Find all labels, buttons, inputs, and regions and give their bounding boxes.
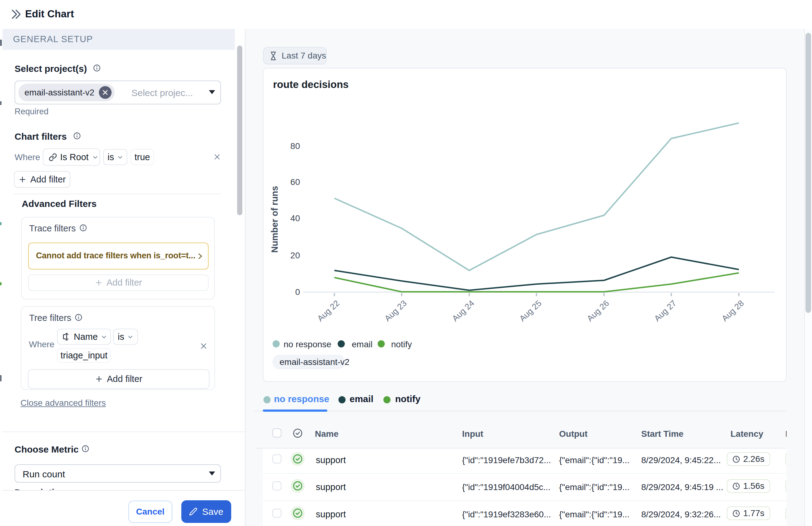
svg-text:Aug 24: Aug 24 [450,298,476,323]
svg-text:Aug 26: Aug 26 [585,298,611,323]
svg-text:email-assistant-v2: email-assistant-v2 [279,357,350,367]
svg-text:40: 40 [290,214,300,223]
svg-text:0: 0 [295,287,300,297]
svg-text:60: 60 [290,177,300,187]
svg-text:80: 80 [290,141,300,151]
svg-text:notify: notify [391,339,412,349]
svg-text:Number of runs: Number of runs [270,186,279,253]
svg-text:Aug 28: Aug 28 [720,298,746,323]
svg-text:20: 20 [290,251,300,260]
svg-text:Aug 22: Aug 22 [316,298,341,323]
svg-text:Aug 23: Aug 23 [383,298,408,323]
svg-text:Aug 25: Aug 25 [518,298,543,323]
svg-text:Aug 27: Aug 27 [652,298,678,323]
svg-text:no response: no response [284,339,331,349]
svg-text:email: email [352,339,373,349]
